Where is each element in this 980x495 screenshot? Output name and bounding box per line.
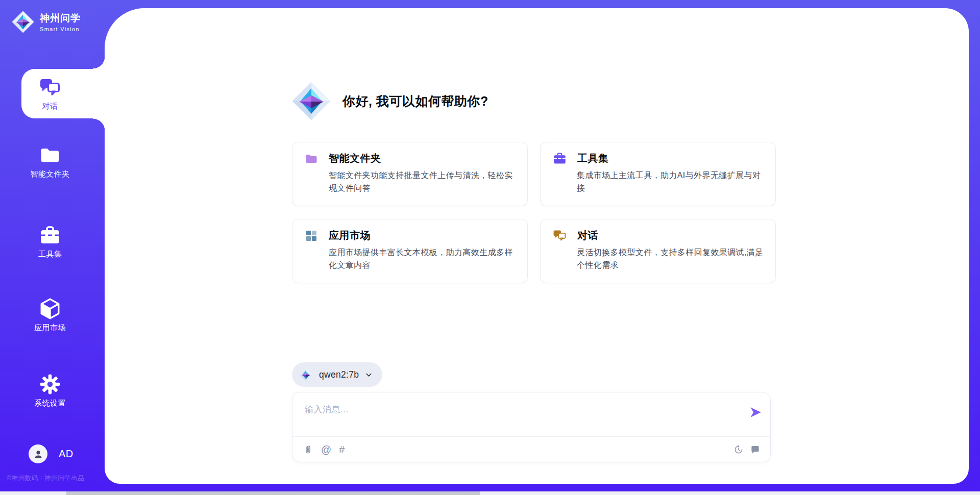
card-description: 智能文件夹功能支持批量文件上传与清洗，轻松实现文件问答	[329, 169, 519, 194]
sidebar-item-label: 对话	[0, 102, 100, 111]
active-nav-curve-bottom	[93, 118, 106, 131]
scrollbar-thumb[interactable]	[66, 491, 480, 495]
greeting: 你好, 我可以如何帮助你?	[291, 81, 488, 121]
brand-logo: 神州问学 Smart Vision	[11, 10, 81, 34]
folder-icon	[0, 144, 100, 166]
active-nav-curve-top	[93, 57, 106, 69]
feature-cards: 智能文件夹 智能文件夹功能支持批量文件上传与清洗，轻松实现文件问答 工具集	[292, 142, 776, 283]
sidebar-item-smart-folder[interactable]: 智能文件夹	[0, 144, 100, 179]
model-name: qwen2:7b	[319, 369, 359, 380]
chevron-down-icon	[365, 371, 373, 379]
folder-icon	[305, 154, 317, 164]
sidebar-item-toolset[interactable]: 工具集	[0, 225, 100, 259]
chat-icon	[553, 230, 566, 241]
composer-toolbar: @ #	[303, 437, 760, 462]
sidebar-item-settings[interactable]: 系统设置	[0, 374, 100, 408]
brand-diamond-icon	[11, 10, 35, 34]
sidebar-item-label: 应用市场	[0, 323, 100, 333]
card-smart-folder[interactable]: 智能文件夹 智能文件夹功能支持批量文件上传与清洗，轻松实现文件问答	[292, 142, 528, 206]
person-icon	[33, 449, 44, 460]
gear-icon	[0, 374, 100, 395]
card-description: 应用市场提供丰富长文本模板，助力高效生成多样化文章内容	[329, 246, 519, 271]
card-description: 灵活切换多模型文件，支持多样回复效果调试,满足个性化需求	[577, 246, 767, 271]
cube-icon	[0, 298, 100, 319]
card-title: 应用市场	[329, 229, 371, 242]
sidebar-footer: ©神州数码 · 神州问学出品	[7, 474, 84, 483]
composer: @ #	[292, 392, 771, 462]
comment-icon[interactable]	[750, 445, 760, 455]
card-description: 集成市场上主流工具，助力AI与外界无缝扩展与对接	[577, 169, 767, 194]
hashtag-icon[interactable]: #	[339, 444, 345, 455]
sidebar-item-label: 工具集	[0, 250, 100, 259]
sidebar-item-label: 智能文件夹	[0, 169, 100, 179]
send-icon[interactable]	[749, 406, 762, 419]
card-title: 对话	[577, 229, 598, 242]
sidebar-item-chat[interactable]: 对话	[0, 77, 100, 111]
app-root: 神州问学 Smart Vision 对话 智能文件夹	[0, 0, 980, 495]
sidebar-item-app-market[interactable]: 应用市场	[0, 298, 100, 333]
card-title: 工具集	[577, 152, 609, 165]
message-input[interactable]	[305, 404, 733, 432]
user-profile[interactable]: AD	[29, 444, 74, 463]
greeting-text: 你好, 我可以如何帮助你?	[342, 93, 488, 110]
user-name: AD	[59, 448, 74, 460]
toolbox-icon	[553, 153, 566, 164]
brand-subtitle: Smart Vision	[40, 26, 81, 32]
grid-icon	[305, 230, 317, 242]
paperclip-icon[interactable]	[303, 444, 313, 455]
toolbox-icon	[0, 225, 100, 246]
chat-icon	[0, 77, 100, 98]
greeting-diamond-icon	[291, 81, 332, 121]
mention-icon[interactable]: @	[321, 444, 331, 455]
card-app-market[interactable]: 应用市场 应用市场提供丰富长文本模板，助力高效生成多样化文章内容	[292, 219, 528, 283]
brand-name: 神州问学	[40, 12, 81, 25]
card-title: 智能文件夹	[329, 152, 381, 165]
card-toolset[interactable]: 工具集 集成市场上主流工具，助力AI与外界无缝扩展与对接	[540, 142, 776, 206]
sidebar-item-label: 系统设置	[0, 399, 100, 408]
card-chat[interactable]: 对话 灵活切换多模型文件，支持多样回复效果调试,满足个性化需求	[540, 219, 776, 283]
model-selector[interactable]: qwen2:7b	[292, 362, 382, 387]
history-icon[interactable]	[733, 444, 744, 455]
avatar	[29, 444, 47, 463]
horizontal-scrollbar	[0, 491, 980, 495]
model-diamond-icon	[299, 368, 313, 382]
